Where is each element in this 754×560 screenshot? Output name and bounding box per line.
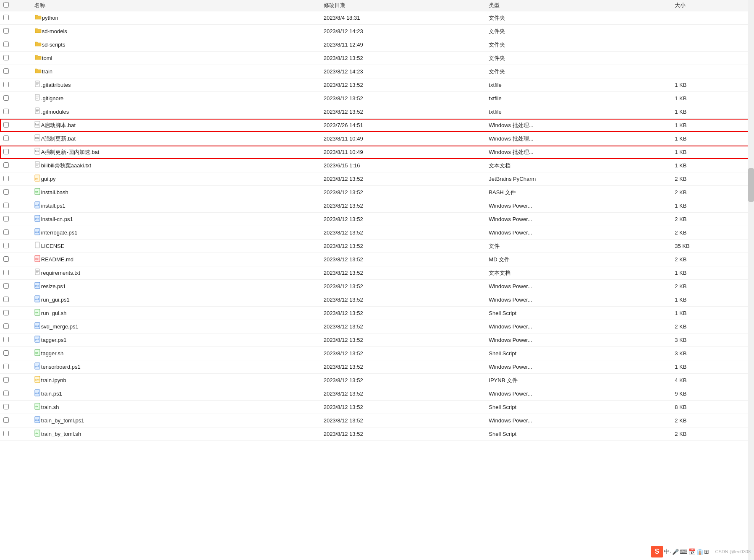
row-name-cell[interactable]: ipynbtrain.ipynb bbox=[31, 374, 320, 387]
tray-calendar[interactable]: 📅 bbox=[689, 548, 696, 555]
table-row[interactable]: shrun_gui.sh2023/8/12 13:52Shell Script1… bbox=[0, 307, 754, 320]
row-name-cell[interactable]: python bbox=[31, 11, 320, 25]
row-name-cell[interactable]: ps1train_by_toml.ps1 bbox=[31, 414, 320, 427]
row-name-cell[interactable]: mdREADME.md bbox=[31, 253, 320, 266]
row-name-cell[interactable]: ps1interrogate.ps1 bbox=[31, 226, 320, 240]
table-row[interactable]: ps1train.ps12023/8/12 13:52Windows Power… bbox=[0, 387, 754, 401]
row-checkbox[interactable] bbox=[3, 203, 9, 208]
row-name-cell[interactable]: shtrain_by_toml.sh bbox=[31, 427, 320, 441]
table-row[interactable]: sd-scripts2023/8/11 12:49文件夹 bbox=[0, 38, 754, 52]
row-checkbox[interactable] bbox=[3, 42, 9, 47]
table-row[interactable]: ps1tensorboard.ps12023/8/12 13:52Windows… bbox=[0, 360, 754, 374]
table-row[interactable]: mdREADME.md2023/8/12 13:52MD 文件2 KB bbox=[0, 253, 754, 266]
row-checkbox[interactable] bbox=[3, 364, 9, 369]
row-checkbox[interactable] bbox=[3, 216, 9, 221]
table-row[interactable]: ps1svd_merge.ps12023/8/12 13:52Windows P… bbox=[0, 320, 754, 333]
table-row[interactable]: sd-models2023/8/12 14:23文件夹 bbox=[0, 25, 754, 38]
row-checkbox[interactable] bbox=[3, 404, 9, 409]
table-row[interactable]: ipynbtrain.ipynb2023/8/12 13:52IPYNB 文件4… bbox=[0, 374, 754, 387]
row-checkbox[interactable] bbox=[3, 82, 9, 87]
row-checkbox[interactable] bbox=[3, 337, 9, 342]
table-row[interactable]: .gitmodules2023/8/12 13:52txtfile1 KB bbox=[0, 105, 754, 119]
tray-grid[interactable]: ⊞ bbox=[704, 548, 709, 555]
row-checkbox[interactable] bbox=[3, 417, 9, 423]
row-checkbox[interactable] bbox=[3, 243, 9, 248]
table-row[interactable]: batA强制更新-国内加速.bat2023/8/11 10:49Windows … bbox=[0, 146, 754, 159]
row-name-cell[interactable]: LICENSE bbox=[31, 240, 320, 253]
table-row[interactable]: .gitattributes2023/8/12 13:52txtfile1 KB bbox=[0, 78, 754, 92]
row-checkbox[interactable] bbox=[3, 350, 9, 356]
table-row[interactable]: batA强制更新.bat2023/8/11 10:49Windows 批处理..… bbox=[0, 132, 754, 146]
row-name-cell[interactable]: ps1tensorboard.ps1 bbox=[31, 360, 320, 374]
row-checkbox[interactable] bbox=[3, 323, 9, 329]
tray-keyboard[interactable]: ⌨ bbox=[680, 549, 688, 555]
row-name-cell[interactable]: ps1tagger.ps1 bbox=[31, 333, 320, 347]
table-row[interactable]: .gitignore2023/8/12 13:52txtfile1 KB bbox=[0, 92, 754, 105]
row-name-cell[interactable]: .gitignore bbox=[31, 92, 320, 105]
row-name-cell[interactable]: batA强制更新-国内加速.bat bbox=[31, 146, 320, 159]
col-header-name[interactable]: 名称 bbox=[31, 0, 320, 11]
table-row[interactable]: bilibili@秋葉aaaki.txt2023/6/15 1:16文本文档1 … bbox=[0, 159, 754, 172]
col-header-size[interactable]: 大小 bbox=[671, 0, 754, 11]
row-checkbox[interactable] bbox=[3, 28, 9, 34]
table-row[interactable]: shtagger.sh2023/8/12 13:52Shell Script3 … bbox=[0, 347, 754, 360]
row-checkbox[interactable] bbox=[3, 229, 9, 235]
row-name-cell[interactable]: bilibili@秋葉aaaki.txt bbox=[31, 159, 320, 172]
row-name-cell[interactable]: .gitmodules bbox=[31, 105, 320, 119]
row-checkbox[interactable] bbox=[3, 256, 9, 262]
row-name-cell[interactable]: ps1install.ps1 bbox=[31, 199, 320, 213]
row-checkbox[interactable] bbox=[3, 283, 9, 289]
row-name-cell[interactable]: sd-scripts bbox=[31, 38, 320, 52]
table-row[interactable]: shtrain.sh2023/8/12 13:52Shell Script8 K… bbox=[0, 401, 754, 414]
table-row[interactable]: ps1resize.ps12023/8/12 13:52Windows Powe… bbox=[0, 280, 754, 293]
tray-shirt[interactable]: 👔 bbox=[696, 549, 703, 555]
table-row[interactable]: toml2023/8/12 13:52文件夹 bbox=[0, 52, 754, 65]
table-row[interactable]: pygui.py2023/8/12 13:52JetBrains PyCharm… bbox=[0, 172, 754, 186]
row-checkbox[interactable] bbox=[3, 135, 9, 141]
row-name-cell[interactable]: batA启动脚本.bat bbox=[31, 119, 320, 132]
scrollbar-thumb[interactable] bbox=[748, 168, 754, 202]
row-name-cell[interactable]: ps1install-cn.ps1 bbox=[31, 213, 320, 226]
tray-lang[interactable]: 中 bbox=[664, 548, 669, 555]
row-name-cell[interactable]: requirements.txt bbox=[31, 266, 320, 280]
row-name-cell[interactable]: shtrain.sh bbox=[31, 401, 320, 414]
row-checkbox[interactable] bbox=[3, 189, 9, 195]
row-name-cell[interactable]: train bbox=[31, 65, 320, 78]
table-row[interactable]: ps1run_gui.ps12023/8/12 13:52Windows Pow… bbox=[0, 293, 754, 307]
col-header-type[interactable]: 类型 bbox=[485, 0, 671, 11]
row-checkbox[interactable] bbox=[3, 149, 9, 154]
row-name-cell[interactable]: shinstall.bash bbox=[31, 186, 320, 199]
row-checkbox[interactable] bbox=[3, 122, 9, 128]
row-checkbox[interactable] bbox=[3, 297, 9, 302]
table-row[interactable]: ps1install.ps12023/8/12 13:52Windows Pow… bbox=[0, 199, 754, 213]
table-row[interactable]: ps1tagger.ps12023/8/12 13:52Windows Powe… bbox=[0, 333, 754, 347]
tray-mic[interactable]: 🎤 bbox=[672, 549, 679, 555]
row-checkbox[interactable] bbox=[3, 176, 9, 181]
table-row[interactable]: ps1install-cn.ps12023/8/12 13:52Windows … bbox=[0, 213, 754, 226]
row-name-cell[interactable]: .gitattributes bbox=[31, 78, 320, 92]
select-all-checkbox[interactable] bbox=[3, 2, 9, 8]
table-row[interactable]: LICENSE2023/8/12 13:52文件35 KB bbox=[0, 240, 754, 253]
row-name-cell[interactable]: pygui.py bbox=[31, 172, 320, 186]
row-checkbox[interactable] bbox=[3, 431, 9, 436]
row-name-cell[interactable]: ps1svd_merge.ps1 bbox=[31, 320, 320, 333]
row-checkbox[interactable] bbox=[3, 15, 9, 20]
row-name-cell[interactable]: ps1train.ps1 bbox=[31, 387, 320, 401]
row-checkbox[interactable] bbox=[3, 391, 9, 396]
table-row[interactable]: python2023/8/4 18:31文件夹 bbox=[0, 11, 754, 25]
row-name-cell[interactable]: ps1resize.ps1 bbox=[31, 280, 320, 293]
table-row[interactable]: train2023/8/12 14:23文件夹 bbox=[0, 65, 754, 78]
table-row[interactable]: ps1interrogate.ps12023/8/12 13:52Windows… bbox=[0, 226, 754, 240]
row-checkbox[interactable] bbox=[3, 310, 9, 315]
row-checkbox[interactable] bbox=[3, 55, 9, 60]
table-row[interactable]: requirements.txt2023/8/12 13:52文本文档1 KB bbox=[0, 266, 754, 280]
col-check[interactable] bbox=[0, 0, 31, 11]
row-checkbox[interactable] bbox=[3, 270, 9, 275]
row-name-cell[interactable]: shtagger.sh bbox=[31, 347, 320, 360]
row-checkbox[interactable] bbox=[3, 377, 9, 383]
row-name-cell[interactable]: batA强制更新.bat bbox=[31, 132, 320, 146]
row-name-cell[interactable]: toml bbox=[31, 52, 320, 65]
row-checkbox[interactable] bbox=[3, 68, 9, 74]
row-name-cell[interactable]: shrun_gui.sh bbox=[31, 307, 320, 320]
row-checkbox[interactable] bbox=[3, 95, 9, 101]
